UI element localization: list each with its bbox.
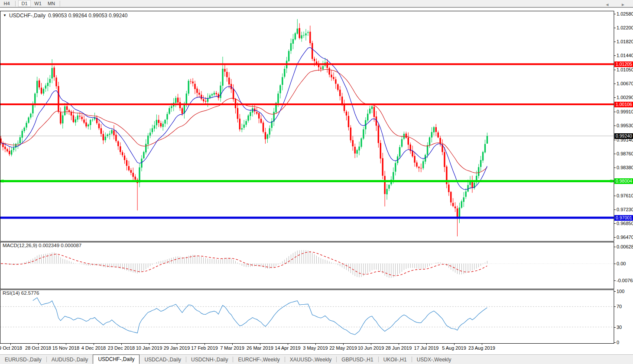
rsi-tick-label: 70 [617, 304, 622, 309]
date-tick [426, 343, 427, 345]
date-tick [38, 343, 39, 345]
macd-tick-label: -0.00762 [617, 278, 633, 283]
chart-ohlc-values: 0.99053 0.99264 0.99053 0.99240 [48, 13, 128, 19]
axis-tick [614, 196, 616, 196]
current-price-badge: 0.99240 [614, 133, 633, 139]
price-tick-label: 0.99530 [617, 123, 633, 128]
axis-tick [614, 237, 616, 238]
tab-scroll-arrows[interactable]: ◄ ► [605, 2, 630, 7]
timeframe-button-mn[interactable]: MN [45, 0, 58, 7]
axis-tick [614, 126, 616, 126]
date-tick [177, 343, 177, 345]
axis-tick [614, 306, 616, 307]
macd-tick-label: 0.006286 [617, 244, 633, 249]
price-tick-label: 0.96850 [617, 221, 633, 226]
axis-tick [614, 223, 616, 224]
rsi-tick-label: 0 [617, 340, 619, 345]
mt4-chart-window: H4D1W1MN ▼ USDCHF-,Daily 0.99053 0.99264… [0, 0, 633, 364]
chart-symbol-title: USDCHF-,Daily [9, 13, 45, 19]
axis-tick [614, 28, 616, 28]
axis-tick [614, 55, 616, 56]
price-tick-label: 1.01440 [617, 53, 633, 58]
axis-tick [614, 247, 616, 247]
timeframe-button-h4[interactable]: H4 [0, 0, 13, 7]
date-axis: 9 Oct 201828 Oct 201815 Nov 20184 Dec 20… [0, 343, 614, 354]
toolbar-separator [15, 1, 16, 6]
axis-tick [614, 140, 616, 140]
timeframe-button-d1[interactable]: D1 [18, 0, 31, 7]
axis-tick [614, 112, 616, 112]
price-tick-label: 1.02580 [617, 11, 633, 16]
symbol-dropdown-icon[interactable]: ▼ [3, 13, 6, 17]
date-tick [260, 343, 260, 345]
date-tick [482, 343, 482, 345]
axis-tick [614, 209, 616, 210]
chart-canvas[interactable] [0, 11, 614, 344]
macd-panel[interactable] [0, 242, 614, 289]
price-tick-label: 0.98380 [617, 165, 633, 170]
date-tick [454, 343, 454, 345]
price-tick-label: 0.96470 [617, 235, 633, 240]
hline-price-badge: 0.98004 [614, 178, 633, 184]
symbol-tab-eurchf-weekly[interactable]: EURCHF-,Weekly [233, 356, 284, 364]
date-tick [94, 343, 94, 345]
price-axis: 1.025801.022001.018201.014401.010501.006… [614, 0, 633, 354]
hline-handle[interactable] [610, 180, 613, 182]
date-tick [371, 343, 371, 345]
toolbar-separator [60, 1, 61, 6]
price-tick-label: 1.00670 [617, 81, 633, 86]
rsi-indicator-label: RSI(14) 62.5776 [3, 290, 39, 296]
axis-tick [614, 14, 616, 14]
symbol-tab-usdx-weekly[interactable]: USDX-,Weekly [412, 356, 456, 364]
axis-tick [614, 327, 616, 328]
price-tick-label: 1.01050 [617, 67, 633, 72]
date-tick [10, 343, 11, 345]
symbol-tab-usdcad-daily[interactable]: USDCAD-,Daily [140, 356, 186, 364]
symbol-tab-ukoil-h1[interactable]: UKOil-,H1 [379, 356, 412, 364]
chart-header: ▼ USDCHF-,Daily 0.99053 0.99264 0.99053 … [3, 13, 127, 19]
rsi-panel[interactable] [0, 290, 614, 344]
symbol-tab-xauusd-weekly[interactable]: XAUUSD-,Weekly [285, 356, 336, 364]
price-tick-label: 0.99910 [617, 109, 633, 114]
hline-price-badge: 1.01205 [614, 61, 633, 67]
price-tick-label: 1.02200 [617, 25, 633, 30]
hline-price-badge: 0.97001 [614, 215, 633, 221]
date-tick-label: 23 Aug 2019 [464, 345, 500, 351]
date-tick [343, 343, 344, 345]
date-tick [205, 343, 205, 345]
axis-tick [614, 280, 616, 281]
hline-handle[interactable] [1, 180, 4, 182]
date-tick [315, 343, 316, 345]
symbol-tab-usdcnh-daily[interactable]: USDCNH-,Daily [186, 356, 233, 364]
price-tick-label: 1.00290 [617, 95, 633, 100]
rsi-tick-label: 30 [617, 325, 622, 330]
macd-indicator-label: MACD(12,26,9) 0.002349 0.000087 [3, 243, 81, 248]
symbol-tab-audusd-daily[interactable]: AUDUSD-,Daily [47, 356, 93, 364]
symbol-tab-bar: EURUSD-,DailyAUDUSD-,DailyUSDCHF-,DailyU… [0, 354, 633, 364]
axis-tick [614, 342, 616, 343]
price-tick-label: 0.97610 [617, 193, 633, 198]
price-tick-label: 0.98760 [617, 151, 633, 156]
symbol-tab-gbpusd-h1[interactable]: GBPUSD-,H1 [337, 356, 378, 364]
axis-tick [614, 291, 616, 292]
axis-tick [614, 168, 616, 168]
axis-tick [614, 70, 616, 70]
main-panel[interactable] [0, 11, 614, 242]
date-tick [288, 343, 288, 345]
timeframe-button-w1[interactable]: W1 [32, 0, 44, 7]
axis-tick [614, 264, 616, 264]
macd-tick-label: 0.00 [617, 261, 626, 266]
price-tick-label: 1.01820 [617, 39, 633, 44]
axis-tick [614, 42, 616, 42]
date-tick [232, 343, 233, 345]
date-tick [66, 343, 66, 345]
symbol-tab-usdchf-daily[interactable]: USDCHF-,Daily [93, 354, 140, 364]
date-tick [399, 343, 399, 345]
hline-price-badge: 1.00106 [614, 102, 633, 107]
date-tick [149, 343, 149, 345]
price-tick-label: 0.97230 [617, 207, 633, 212]
timeframe-toolbar: H4D1W1MN [0, 0, 633, 8]
axis-tick [614, 84, 616, 84]
rsi-tick-label: 100 [617, 289, 624, 294]
symbol-tab-eurusd-daily[interactable]: EURUSD-,Daily [0, 356, 46, 364]
